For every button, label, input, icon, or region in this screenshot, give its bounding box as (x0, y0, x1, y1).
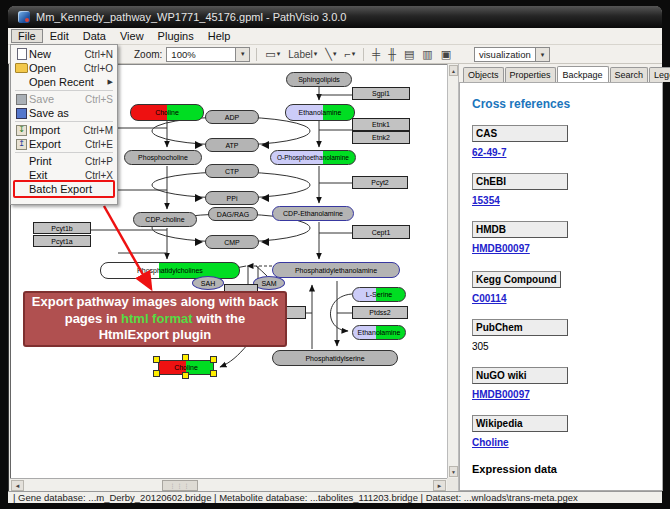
stack-vertical-button[interactable]: ▤ (402, 46, 416, 62)
scroll-left-icon[interactable]: ◄ (11, 480, 24, 491)
common-size-button[interactable]: ▣ (439, 46, 453, 62)
scroll-right-icon[interactable]: ► (433, 480, 446, 491)
menu-view[interactable]: View (113, 29, 151, 43)
pathway-node-o-phosphoethanolamine[interactable]: O-Phosphoethanolamine (270, 150, 356, 165)
pathway-node-phosphatidylcholines[interactable]: Phosphatidylcholines (100, 262, 240, 279)
scroll-up-icon[interactable]: ▲ (449, 65, 458, 76)
menu-item-save[interactable]: Save Ctrl+S (11, 92, 117, 106)
pathway-node-phosphocholine[interactable]: Phosphocholine (124, 150, 202, 165)
gene-node-etnk1[interactable]: Etnk1 (352, 118, 410, 131)
canvas-vertical-scrollbar[interactable]: ▲ ▼ (447, 64, 458, 478)
gene-node-cept1[interactable]: Cept1 (352, 225, 410, 239)
pathway-node-ethanolamine-lower[interactable]: Ethanolamine (352, 325, 406, 340)
menu-file[interactable]: File (11, 29, 43, 43)
menu-item-open[interactable]: Open Ctrl+O (11, 61, 117, 75)
selection-handle[interactable] (153, 356, 160, 363)
pathway-node-phosphatidylserine[interactable]: Phosphatidylserine (272, 350, 398, 366)
pathway-node-choline-top[interactable]: Choline (130, 104, 204, 121)
xref-source-name: HMDB (472, 221, 568, 238)
xref-section-nugo: NuGO wiki HMDB00097 (472, 367, 662, 402)
pathway-node-cmp[interactable]: CMP (205, 235, 259, 249)
datanode-tool-button[interactable]: ▭▾ (263, 46, 282, 62)
pathway-node-ppi[interactable]: PPi (205, 191, 259, 205)
gene-node-unlabeled[interactable] (284, 306, 306, 319)
menu-item-import[interactable]: ↧ Import Ctrl+M (11, 123, 117, 137)
xref-link[interactable]: HMDB00097 (472, 243, 530, 254)
pathway-node-sah[interactable]: SAH (192, 276, 224, 290)
chevron-down-icon[interactable]: ▾ (535, 48, 549, 61)
chevron-down-icon[interactable]: ▾ (235, 48, 249, 61)
xref-section-pubchem: PubChem 305 (472, 319, 662, 354)
scroll-down-icon[interactable]: ▼ (449, 466, 458, 477)
visualization-combobox[interactable]: visualization ▾ (474, 47, 550, 62)
screenshot-frame: Mm_Kennedy_pathway_WP1771_45176.gpml - P… (0, 0, 670, 509)
pathway-node-cdp-choline[interactable]: CDP-choline (133, 212, 197, 227)
align-vertical-center-button[interactable]: ╫ (386, 46, 398, 62)
gene-node-pcyt1b[interactable]: Pcyt1b (33, 222, 91, 234)
backpage-content: Cross references CAS 62-49-7 ChEBI 15354… (459, 82, 663, 491)
connector-tool-button[interactable]: ⌐▾ (342, 46, 357, 62)
menu-separator (15, 152, 113, 153)
xref-link[interactable]: C00114 (472, 293, 506, 304)
selection-handle[interactable] (182, 354, 189, 361)
xref-source-name: PubChem (472, 319, 568, 336)
menu-data[interactable]: Data (76, 29, 113, 43)
xref-link[interactable]: 15354 (472, 195, 500, 206)
chevron-down-icon: ▾ (277, 50, 281, 58)
tab-search[interactable]: Search (610, 67, 649, 82)
gene-node-sgpl1[interactable]: Sgpl1 (352, 87, 410, 100)
zoom-label: Zoom: (134, 49, 162, 60)
stack-horizontal-button[interactable]: ▥ (420, 46, 434, 62)
expression-data-heading: Expression data (472, 463, 662, 475)
align-horizontal-center-button[interactable]: ╪ (370, 46, 382, 62)
xref-link[interactable]: 62-49-7 (472, 147, 506, 158)
tab-legend[interactable]: Legend (649, 67, 670, 82)
pathway-node-cdp-ethanolamine[interactable]: CDP-Ethanolamine (272, 206, 354, 221)
canvas-horizontal-scrollbar[interactable]: ◄ ► ⋮⋮⋮ (10, 478, 447, 491)
tab-properties[interactable]: Properties (505, 67, 556, 82)
menu-edit[interactable]: Edit (43, 29, 76, 43)
chevron-down-icon: ▾ (333, 50, 337, 58)
menu-item-exit[interactable]: Exit Ctrl+X (11, 168, 117, 182)
pathway-node-l-serine[interactable]: L-Serine (352, 287, 406, 302)
pathway-node-ctp[interactable]: CTP (205, 164, 259, 178)
xref-link[interactable]: HMDB00097 (472, 389, 530, 400)
menu-plugins[interactable]: Plugins (151, 29, 201, 43)
status-bar: | Gene database: ...m_Derby_20120602.bri… (8, 491, 662, 503)
annotation-line1: Export pathway images along with back (32, 294, 278, 311)
xref-value: 305 (472, 341, 489, 352)
selection-handle[interactable] (153, 370, 160, 377)
pathway-node-dag-rag[interactable]: DAG/RAG (208, 207, 258, 221)
menu-item-print[interactable]: Print Ctrl+P (11, 154, 117, 168)
menu-help[interactable]: Help (201, 29, 238, 43)
line-tool-button[interactable]: ╲▾ (323, 46, 338, 62)
tab-backpage[interactable]: Backpage (557, 66, 609, 83)
menu-item-batch-export[interactable]: Batch Export (11, 182, 117, 196)
label-tool-button[interactable]: Label▾ (286, 46, 319, 62)
cross-references-heading: Cross references (472, 97, 662, 111)
pathway-node-ethanolamine[interactable]: Ethanolamine (285, 104, 355, 121)
zoom-combobox[interactable]: 100% ▾ (166, 47, 250, 62)
selection-handle[interactable] (182, 372, 189, 379)
menu-bar: File Edit Data View Plugins Help (8, 28, 662, 45)
pathway-node-atp[interactable]: ATP (205, 138, 259, 152)
menu-item-new[interactable]: New Ctrl+N (11, 47, 117, 61)
menu-item-open-recent[interactable]: Open Recent ▶ (11, 75, 117, 89)
scrollbar-thumb[interactable]: ⋮⋮⋮ (162, 480, 198, 491)
file-menu-dropdown: New Ctrl+N Open Ctrl+O Open Recent ▶ Sav… (10, 44, 118, 205)
stack-horizontal-icon: ▥ (422, 49, 432, 60)
menu-item-export[interactable]: ↥ Export Ctrl+E (11, 137, 117, 151)
side-panel-tabs: Objects Properties Backpage Search Legen… (459, 64, 662, 83)
menu-item-save-as[interactable]: Save as (11, 106, 117, 120)
xref-link[interactable]: Choline (472, 437, 509, 448)
gene-node-ptdss2[interactable]: Ptdss2 (352, 306, 408, 319)
selection-handle[interactable] (210, 356, 217, 363)
pathway-node-phosphatidylethanolamine[interactable]: Phosphatidylethanolamine (272, 262, 400, 278)
selection-handle[interactable] (210, 370, 217, 377)
gene-node-etnk2[interactable]: Etnk2 (352, 131, 410, 144)
tab-objects[interactable]: Objects (463, 67, 504, 82)
pathway-node-sphingolipids[interactable]: Sphingolipids (286, 72, 352, 87)
gene-node-pcyt1a[interactable]: Pcyt1a (33, 235, 91, 247)
gene-node-pcyt2[interactable]: Pcyt2 (352, 176, 408, 189)
pathway-node-adp[interactable]: ADP (205, 110, 259, 124)
